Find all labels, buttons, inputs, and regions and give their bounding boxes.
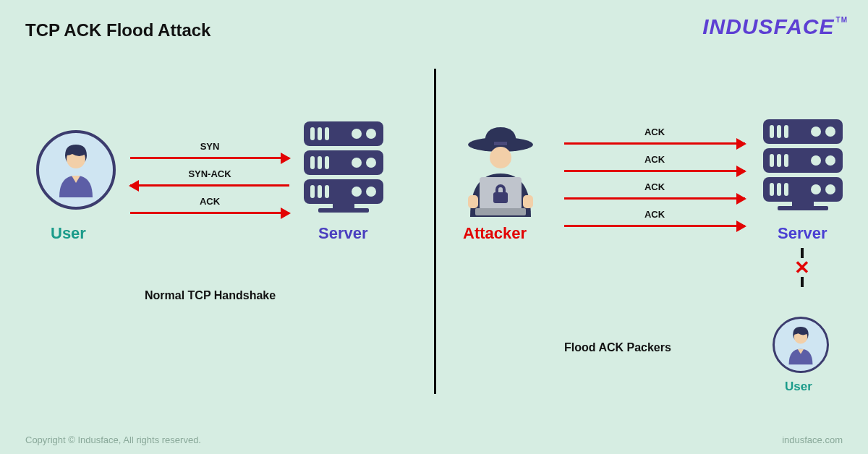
svg-rect-32 bbox=[792, 202, 814, 206]
page-title: TCP ACK Flood Attack bbox=[25, 20, 210, 40]
handshake-arrows: SYN SYN-ACK ACK bbox=[130, 141, 289, 223]
svg-point-20 bbox=[366, 187, 376, 197]
arrow-label: ACK bbox=[564, 181, 745, 192]
server-label: Server bbox=[778, 224, 827, 243]
brand-logo: INDUSFACETM bbox=[702, 14, 846, 39]
blocked-user-icon bbox=[773, 317, 829, 373]
arrow-line bbox=[564, 225, 745, 227]
arrow-head-right-icon bbox=[736, 166, 746, 177]
svg-rect-4 bbox=[333, 204, 354, 208]
arrow-ack-4: ACK bbox=[564, 209, 745, 231]
brand-text: INDUSFACE bbox=[702, 14, 834, 38]
copyright-text: Copyright © Indusface, All rights reserv… bbox=[25, 434, 201, 445]
svg-rect-40 bbox=[777, 154, 781, 167]
svg-rect-5 bbox=[318, 208, 369, 213]
arrow-label: SYN bbox=[130, 141, 289, 152]
server-icon bbox=[760, 116, 846, 220]
svg-point-14 bbox=[352, 158, 362, 168]
svg-rect-45 bbox=[777, 183, 781, 196]
arrow-line bbox=[564, 197, 745, 200]
arrow-line bbox=[130, 157, 289, 159]
arrow-head-right-icon bbox=[736, 138, 746, 150]
arrow-syn: SYN bbox=[130, 141, 289, 163]
avatar-ring bbox=[773, 317, 829, 373]
arrow-head-right-icon bbox=[281, 207, 291, 219]
arrow-ack-2: ACK bbox=[564, 154, 745, 176]
svg-rect-41 bbox=[784, 154, 788, 167]
svg-point-23 bbox=[490, 147, 511, 168]
svg-rect-36 bbox=[784, 125, 788, 138]
svg-point-37 bbox=[811, 127, 821, 137]
arrow-line bbox=[130, 184, 289, 187]
arrow-label: ACK bbox=[564, 127, 745, 137]
arrow-ack: ACK bbox=[130, 196, 289, 218]
attacker-label: Attacker bbox=[463, 224, 527, 243]
svg-point-9 bbox=[352, 129, 362, 139]
svg-rect-39 bbox=[770, 154, 774, 167]
server-label: Server bbox=[318, 224, 368, 243]
svg-rect-27 bbox=[468, 195, 478, 208]
svg-point-38 bbox=[825, 127, 835, 137]
arrow-label: ACK bbox=[564, 209, 745, 220]
svg-point-42 bbox=[811, 155, 821, 166]
svg-point-19 bbox=[352, 187, 362, 197]
svg-point-10 bbox=[366, 129, 376, 139]
svg-rect-26 bbox=[493, 192, 508, 203]
arrow-ack-1: ACK bbox=[564, 127, 745, 148]
arrow-head-left-icon bbox=[129, 180, 139, 192]
person-icon bbox=[783, 324, 819, 366]
svg-rect-16 bbox=[310, 185, 315, 198]
svg-point-43 bbox=[825, 155, 835, 166]
arrow-head-right-icon bbox=[281, 153, 291, 164]
arrow-synack: SYN-ACK bbox=[130, 168, 289, 190]
svg-rect-28 bbox=[523, 195, 533, 208]
svg-rect-34 bbox=[770, 125, 774, 138]
svg-rect-18 bbox=[325, 185, 329, 198]
arrow-line bbox=[564, 142, 745, 145]
svg-rect-12 bbox=[318, 156, 322, 169]
arrow-label: ACK bbox=[564, 154, 745, 165]
svg-rect-6 bbox=[310, 127, 315, 140]
arrow-ack-3: ACK bbox=[564, 181, 745, 203]
svg-point-47 bbox=[811, 184, 821, 194]
svg-rect-17 bbox=[318, 185, 322, 198]
flood-arrows: ACK ACK ACK ACK bbox=[564, 127, 745, 236]
brand-tm: TM bbox=[836, 16, 848, 24]
arrow-label: SYN-ACK bbox=[130, 168, 289, 179]
server-icon bbox=[300, 118, 387, 222]
x-icon: ✕ bbox=[793, 260, 811, 275]
person-icon bbox=[51, 141, 101, 199]
dash-icon bbox=[801, 277, 804, 287]
caption-normal-handshake: Normal TCP Handshake bbox=[145, 289, 276, 302]
connection-blocked: ✕ bbox=[793, 246, 811, 289]
user-label: User bbox=[51, 224, 86, 243]
svg-rect-7 bbox=[318, 127, 322, 140]
svg-point-48 bbox=[825, 184, 835, 194]
svg-rect-44 bbox=[770, 183, 774, 196]
svg-rect-35 bbox=[777, 125, 781, 138]
svg-rect-8 bbox=[325, 127, 329, 140]
attacker-icon bbox=[452, 123, 550, 223]
avatar-ring bbox=[36, 130, 116, 210]
svg-rect-25 bbox=[475, 208, 526, 215]
caption-flood-packets: Flood ACK Packers bbox=[564, 341, 671, 354]
svg-rect-22 bbox=[494, 142, 507, 145]
arrow-label: ACK bbox=[130, 196, 289, 207]
svg-rect-33 bbox=[778, 206, 828, 210]
site-text: indusface.com bbox=[782, 434, 843, 445]
arrow-head-right-icon bbox=[736, 193, 746, 205]
blocked-user-label: User bbox=[785, 380, 812, 394]
arrow-line bbox=[130, 212, 289, 214]
svg-rect-13 bbox=[325, 156, 329, 169]
arrow-line bbox=[564, 170, 745, 172]
svg-rect-46 bbox=[784, 183, 788, 196]
arrow-head-right-icon bbox=[736, 220, 746, 232]
svg-rect-11 bbox=[310, 156, 315, 169]
svg-point-15 bbox=[366, 158, 376, 168]
user-icon bbox=[36, 130, 116, 210]
vertical-divider bbox=[434, 69, 436, 394]
